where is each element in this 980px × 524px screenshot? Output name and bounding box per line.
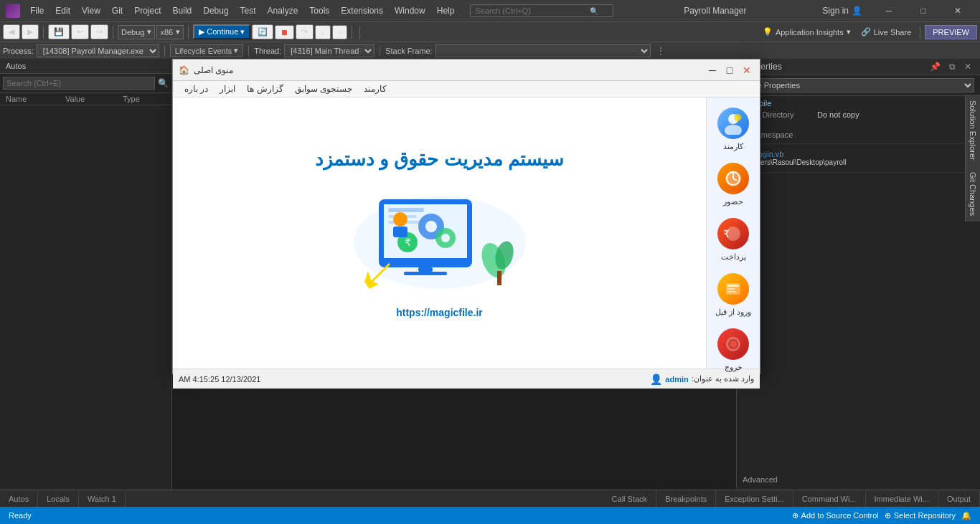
debug-bar: Process: [14308] Payroll Manager.exe Lif… — [0, 42, 980, 59]
menu-view[interactable]: View — [76, 3, 106, 19]
toolbar: ◀ ▶ 💾 ↩ ↪ Debug ▾ x86 ▾ ▶ Continue ▾ 🔄 ⏹… — [0, 22, 980, 42]
app-menu-search[interactable]: جستجوی سوابق — [295, 84, 352, 94]
search-input[interactable] — [475, 6, 590, 15]
application-insights-button[interactable]: 💡 Application Insights ▾ — [758, 26, 855, 38]
tab-callstack[interactable]: Call Stack — [603, 491, 657, 507]
select-repository-button[interactable]: ⊕ Select Repository — [885, 511, 956, 520]
save-button[interactable]: 💾 — [48, 24, 70, 39]
minimize-button[interactable]: ─ — [872, 0, 905, 22]
step-over-button[interactable]: ↷ — [296, 24, 314, 39]
app-maximize-button[interactable]: □ — [722, 63, 737, 77]
arch-arrow: ▾ — [176, 27, 180, 37]
app-status-bar: AM 4:15:25 12/13/2021 وارد شده به عنوان:… — [173, 368, 760, 389]
tab-breakpoints[interactable]: Breakpoints — [656, 491, 716, 507]
prop-ol-ns-value — [817, 130, 974, 139]
restart-button[interactable]: 🔄 — [252, 24, 273, 39]
tab-command-window[interactable]: Command Wi... — [793, 491, 866, 507]
undo-button[interactable]: ↩ — [71, 24, 89, 39]
svg-point-7 — [425, 221, 437, 232]
tab-locals[interactable]: Locals — [38, 491, 79, 507]
tab-immediate-window[interactable]: Immediate Wi... — [866, 491, 938, 507]
app-menu-about[interactable]: در باره — [184, 84, 208, 94]
menu-window[interactable]: Window — [389, 3, 431, 19]
app-title-text: منوی اصلی — [194, 65, 233, 75]
menu-debug[interactable]: Debug — [197, 3, 234, 19]
arch-select[interactable]: x86 ▾ — [156, 25, 184, 39]
tab-autos[interactable]: Autos — [0, 491, 38, 507]
global-search[interactable]: 🔍 — [470, 4, 613, 17]
back-button[interactable]: ◀ — [3, 24, 20, 39]
notification-icon[interactable]: 🔔 — [961, 511, 971, 520]
col-value-header: Value — [65, 95, 123, 103]
tab-output[interactable]: Output — [938, 491, 980, 507]
app-minimize-button[interactable]: ─ — [705, 63, 720, 77]
stop-button[interactable]: ⏹ — [275, 25, 294, 39]
menu-project[interactable]: Project — [128, 3, 166, 19]
step-into-button[interactable]: ↓ — [315, 25, 331, 39]
redo-button[interactable]: ↪ — [90, 24, 108, 39]
menu-extensions[interactable]: Extensions — [335, 3, 389, 19]
menu-git[interactable]: Git — [106, 3, 128, 19]
solution-explorer-tab[interactable]: Solution Explorer — [965, 95, 980, 166]
sidebar-item-exit[interactable]: خروج — [710, 325, 757, 375]
svg-rect-15 — [404, 272, 447, 275]
stack-select[interactable] — [435, 44, 651, 57]
search-icon: 🔍 — [590, 7, 598, 15]
process-select[interactable]: [14308] Payroll Manager.exe — [37, 44, 159, 57]
user-icon: 👤 — [852, 6, 862, 16]
menu-edit[interactable]: Edit — [50, 3, 76, 19]
file-info-section: frmLogin.vb C:\Users\Rasoul\Desktop\payr… — [737, 144, 980, 173]
menu-build[interactable]: Build — [167, 3, 198, 19]
svg-rect-14 — [418, 267, 433, 272]
liveshare-button[interactable]: 🔗 Live Share — [857, 26, 916, 38]
lifecycle-dropdown[interactable]: Lifecycle Events ▾ — [170, 44, 243, 57]
continue-button[interactable]: ▶ Continue ▾ — [193, 24, 250, 39]
maximize-button[interactable]: □ — [907, 0, 940, 22]
svg-rect-13 — [393, 227, 407, 237]
advanced-section: Advanced — [737, 470, 980, 490]
tab-exception-settings[interactable]: Exception Setti... — [716, 491, 793, 507]
sign-in-button[interactable]: Sign in 👤 — [816, 6, 868, 16]
sidebar-item-payment[interactable]: ₹ پرداخت — [710, 215, 757, 265]
app-window-controls: ─ □ ✕ — [705, 63, 754, 77]
properties-dropdown[interactable]: File Properties — [743, 78, 974, 92]
app-icon: 🏠 — [179, 65, 189, 75]
preview-button[interactable]: PREVIEW — [925, 25, 977, 39]
autos-search-input[interactable] — [3, 77, 155, 90]
properties-dropdown-row: File Properties — [737, 75, 980, 96]
step-out-button[interactable]: ↑ — [332, 25, 348, 39]
app-menu-tools[interactable]: ابزار — [220, 84, 235, 94]
autos-search-row: 🔍 — [0, 74, 171, 93]
toolbar-sep-2 — [113, 26, 113, 39]
debug-mode-select[interactable]: Debug ▾ — [118, 25, 155, 39]
file-name[interactable]: frmLogin.vb — [743, 150, 974, 158]
status-bar-left: Ready — [9, 511, 32, 520]
menu-file[interactable]: File — [24, 3, 50, 19]
app-menu-employee[interactable]: کارمند — [364, 84, 387, 94]
debugbar-sep-2 — [248, 46, 249, 56]
sidebar-item-attendance[interactable]: حضور — [710, 160, 757, 209]
prop-pin-icon[interactable]: 📌 — [927, 62, 943, 72]
sidebar-employee-label: کارمند — [723, 142, 743, 151]
app-illustration: ₹ — [339, 178, 540, 307]
git-changes-tab[interactable]: Git Changes — [965, 166, 980, 221]
forward-button[interactable]: ▶ — [22, 24, 39, 39]
prop-close-icon[interactable]: ✕ — [961, 62, 974, 72]
svg-text:₹: ₹ — [723, 228, 730, 239]
prop-undock-icon[interactable]: ⧉ — [946, 62, 958, 72]
app-url[interactable]: https://magicfile.ir — [396, 307, 483, 318]
app-menu-reports[interactable]: گزارش ها — [247, 84, 283, 94]
add-source-control-button[interactable]: ⊕ Add to Source Control — [792, 511, 879, 520]
tab-watch1[interactable]: Watch 1 — [79, 491, 126, 507]
menu-help[interactable]: Help — [431, 3, 461, 19]
sidebar-item-prev-login[interactable]: ورود از قبل — [710, 270, 757, 320]
sidebar-item-employee[interactable]: کارمند — [710, 105, 757, 154]
prop-output-dir: utput Directory Do not copy — [743, 110, 974, 119]
thread-select[interactable]: [4316] Main Thread — [284, 44, 374, 57]
menu-analyze[interactable]: Analyze — [262, 3, 304, 19]
close-button[interactable]: ✕ — [941, 0, 974, 22]
app-close-button[interactable]: ✕ — [740, 63, 754, 77]
menu-test[interactable]: Test — [235, 3, 262, 19]
autos-content — [0, 105, 171, 490]
menu-tools[interactable]: Tools — [303, 3, 335, 19]
